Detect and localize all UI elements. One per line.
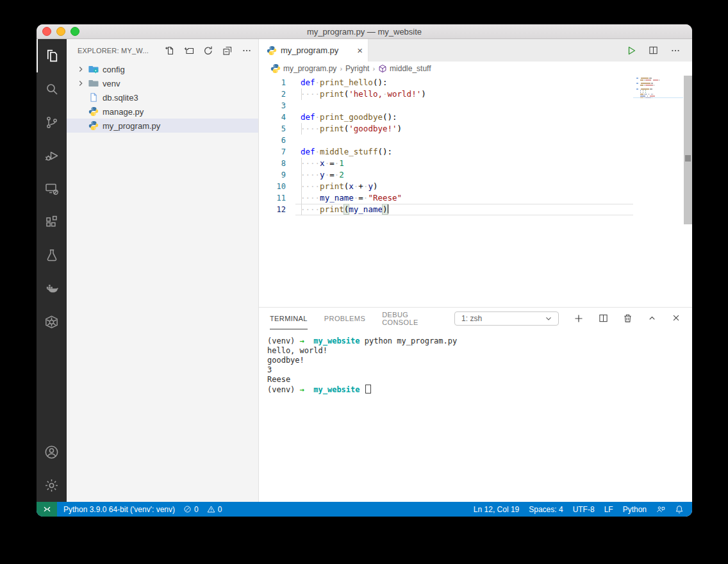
minimap-line: [633, 87, 683, 88]
chevron-up-icon[interactable]: [647, 313, 657, 324]
tree-indent: [76, 106, 86, 117]
status-language-mode[interactable]: Python: [623, 505, 647, 514]
code-line-4[interactable]: 4def·print_goodbye():: [259, 112, 633, 123]
status-encoding[interactable]: UTF-8: [573, 505, 595, 514]
status-eol[interactable]: LF: [604, 505, 613, 514]
panel-tab-debug-console[interactable]: DEBUG CONSOLE: [382, 308, 438, 329]
symbol-function-icon: [378, 64, 387, 73]
remote-indicator[interactable]: [37, 502, 57, 517]
panel-tab-problems[interactable]: PROBLEMS: [324, 308, 365, 329]
activity-item-extensions[interactable]: [37, 206, 67, 239]
minimap-line: [633, 92, 683, 93]
minimap[interactable]: [633, 78, 683, 99]
python-icon: [88, 106, 99, 117]
minimap-line: [633, 95, 683, 97]
explorer-actions: [165, 46, 252, 56]
status-python-interpreter[interactable]: Python 3.9.0 64-bit ('venv': venv): [63, 505, 175, 514]
line-number: 6: [259, 135, 295, 146]
activity-item-files[interactable]: [37, 39, 67, 72]
more-icon[interactable]: [242, 46, 252, 56]
line-content: [295, 135, 633, 146]
code-line-2[interactable]: 2····print('hello,·world!'): [259, 88, 633, 100]
terminal-line: hello, world!: [267, 346, 692, 356]
tree-item-config[interactable]: config: [67, 62, 258, 76]
activity-item-run-debug[interactable]: [37, 139, 67, 172]
panel-tab-terminal[interactable]: TERMINAL: [270, 308, 308, 329]
line-content: ····print(x·+·y): [295, 181, 633, 192]
activity-item-kubernetes[interactable]: [37, 306, 67, 339]
plus-icon[interactable]: [574, 313, 584, 324]
warning-icon: [207, 505, 215, 513]
activity-item-search[interactable]: [37, 72, 67, 106]
close-x-icon[interactable]: [672, 313, 681, 324]
activity-item-remote-explorer[interactable]: [37, 172, 67, 206]
breadcrumb-separator: ›: [339, 65, 343, 72]
tree-indent: [76, 92, 86, 103]
terminal-output[interactable]: (venv) → my_website python my_program.py…: [259, 329, 692, 502]
tree-item-db.sqlite3[interactable]: db.sqlite3: [67, 90, 258, 104]
tree-item-venv[interactable]: venv: [67, 76, 258, 90]
line-number: 5: [259, 123, 295, 135]
breadcrumb-label: middle_stuff: [390, 64, 431, 73]
code-line-9[interactable]: 9····y·=·2: [259, 169, 633, 181]
status-warnings[interactable]: 0: [207, 505, 222, 514]
status-errors[interactable]: 0: [183, 505, 199, 514]
run-icon[interactable]: [626, 46, 636, 56]
remote-explorer-icon: [44, 181, 60, 197]
line-content: def·print_hello():: [295, 77, 633, 88]
chevron-right-icon: [76, 78, 86, 88]
tab-my-program[interactable]: my_program.py ×: [259, 39, 368, 62]
breadcrumb-item-middle_stuff[interactable]: middle_stuff: [378, 64, 431, 73]
activity-item-account[interactable]: [37, 435, 67, 469]
shell-selector[interactable]: 1: zsh: [454, 311, 559, 326]
editor-scrollbar[interactable]: [684, 76, 692, 224]
refresh-icon[interactable]: [203, 46, 213, 56]
text-cursor: [388, 204, 389, 213]
explorer-title: EXPLORER: MY_W...: [78, 47, 149, 54]
status-notifications[interactable]: [675, 505, 684, 514]
new-file-icon[interactable]: [165, 46, 175, 56]
python-icon: [88, 120, 99, 131]
tree-item-label: manage.py: [101, 107, 144, 117]
activity-item-settings-gear[interactable]: [37, 469, 67, 502]
docker-icon: [44, 281, 60, 297]
status-right: Ln 12, Col 19Spaces: 4UTF-8LFPython: [474, 505, 692, 514]
line-content: ····my_name·=·"Reese": [295, 192, 633, 204]
breadcrumb-item-Pyright[interactable]: Pyright: [345, 64, 369, 73]
activity-item-docker[interactable]: [37, 272, 67, 306]
status-cursor-position[interactable]: Ln 12, Col 19: [474, 505, 519, 514]
minimap-line: [633, 85, 683, 86]
code-line-6[interactable]: 6: [259, 135, 633, 146]
testing-icon: [44, 248, 60, 263]
tree-item-manage.py[interactable]: manage.py: [67, 104, 258, 119]
tree-item-my_program.py[interactable]: my_program.py: [67, 119, 258, 133]
code-line-5[interactable]: 5····print('goodbye!'): [259, 123, 633, 135]
code-line-8[interactable]: 8····x·=·1: [259, 158, 633, 169]
code-line-3[interactable]: 3: [259, 100, 633, 112]
split-editor-icon[interactable]: [599, 313, 608, 324]
collapse-all-icon[interactable]: [222, 46, 233, 56]
activity-item-source-control[interactable]: [37, 106, 67, 139]
more-icon[interactable]: [670, 46, 681, 56]
line-content: ····x·=·1: [295, 158, 633, 169]
minimap-line: [633, 81, 683, 83]
code-line-12[interactable]: 12····print(my_name): [259, 204, 633, 215]
close-icon[interactable]: ×: [357, 46, 363, 55]
code-editor[interactable]: 1def·print_hello():2····print('hello,·wo…: [259, 76, 692, 307]
terminal-panel: TERMINALPROBLEMSDEBUG CONSOLE 1: zsh (ve…: [259, 307, 692, 502]
status-indentation[interactable]: Spaces: 4: [529, 505, 563, 514]
code-line-1[interactable]: 1def·print_hello():: [259, 77, 633, 88]
split-editor-icon[interactable]: [649, 46, 658, 55]
breadcrumb-item-my_program.py[interactable]: my_program.py: [270, 63, 336, 74]
new-folder-icon[interactable]: [184, 46, 194, 56]
line-number: 4: [259, 112, 295, 123]
line-number: 2: [259, 88, 295, 100]
code-line-7[interactable]: 7def·middle_stuff():: [259, 146, 633, 158]
code-rows: 1def·print_hello():2····print('hello,·wo…: [259, 76, 633, 215]
trash-icon[interactable]: [623, 313, 633, 324]
code-line-10[interactable]: 10····print(x·+·y): [259, 181, 633, 192]
status-feedback[interactable]: [656, 505, 665, 514]
status-bar: Python 3.9.0 64-bit ('venv': venv)00 Ln …: [37, 502, 692, 517]
activity-item-testing[interactable]: [37, 239, 67, 272]
code-line-11[interactable]: 11····my_name·=·"Reese": [259, 192, 633, 204]
